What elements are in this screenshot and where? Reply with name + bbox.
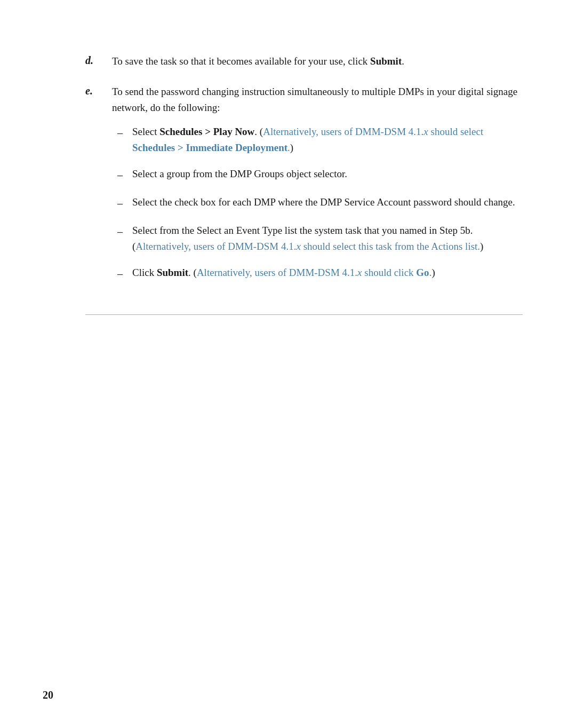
sub-item-1: – Select Schedules > Play Now. (Alternat…	[117, 124, 523, 155]
sub-item-2: – Select a group from the DMP Groups obj…	[117, 166, 523, 184]
sub-item-3: – Select the check box for each DMP wher…	[117, 194, 523, 212]
alt-text-4: Alternatively, users of DMM-DSM 4.1.x sh…	[135, 241, 480, 252]
section-divider	[85, 314, 523, 315]
sub-item-5: – Click Submit. (Alternatively, users of…	[117, 265, 523, 282]
page-number: 20	[43, 689, 53, 701]
sub-content-5: Click Submit. (Alternatively, users of D…	[132, 265, 523, 280]
content-area: d. To save the task so that it becomes a…	[85, 53, 523, 315]
submit-bold: Submit	[370, 56, 402, 67]
sub-content-4: Select from the Select an Event Type lis…	[132, 223, 523, 254]
sub-list: – Select Schedules > Play Now. (Alternat…	[117, 124, 523, 282]
alt-text-5: Alternatively, users of DMM-DSM 4.1.x sh…	[197, 267, 431, 278]
step-e-content: To send the password changing instructio…	[112, 84, 523, 293]
click-submit-bold: Submit	[157, 267, 188, 278]
step-d-label: d.	[85, 53, 112, 67]
step-d: d. To save the task so that it becomes a…	[85, 53, 523, 69]
dash-4: –	[117, 223, 132, 240]
dash-2: –	[117, 166, 132, 184]
step-e-intro: To send the password changing instructio…	[112, 84, 523, 115]
step-d-content: To save the task so that it becomes avai…	[112, 53, 523, 69]
sub-content-1: Select Schedules > Play Now. (Alternativ…	[132, 124, 523, 155]
step-e-label: e.	[85, 84, 112, 97]
sub-item-4: – Select from the Select an Event Type l…	[117, 223, 523, 254]
schedules-play-now-bold: Schedules > Play Now	[159, 126, 254, 137]
dash-5: –	[117, 265, 132, 282]
dash-3: –	[117, 194, 132, 212]
step-d-text: To save the task so that it becomes avai…	[112, 53, 523, 69]
step-e: e. To send the password changing instruc…	[85, 84, 523, 293]
sub-content-2: Select a group from the DMP Groups objec…	[132, 166, 523, 181]
dash-1: –	[117, 124, 132, 141]
sub-content-3: Select the check box for each DMP where …	[132, 194, 523, 210]
page-container: d. To save the task so that it becomes a…	[0, 0, 576, 728]
